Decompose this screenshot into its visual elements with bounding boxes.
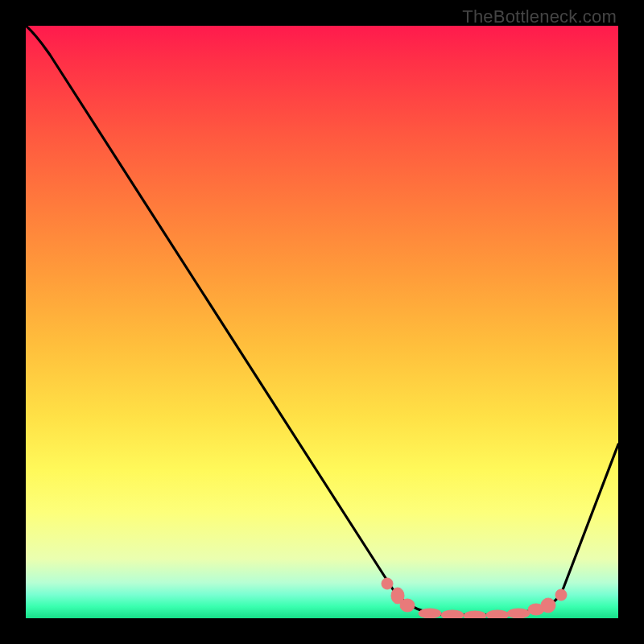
optimal-markers-group — [382, 578, 567, 618]
plot-area — [26, 26, 618, 618]
bottleneck-curve-line — [26, 26, 618, 615]
chart-frame: TheBottleneck.com — [0, 0, 644, 644]
watermark-text: TheBottleneck.com — [462, 6, 617, 27]
optimal-marker — [555, 589, 567, 601]
optimal-marker — [541, 598, 555, 613]
optimal-marker — [486, 610, 509, 618]
optimal-marker — [400, 599, 415, 612]
optimal-marker — [419, 609, 441, 618]
optimal-marker — [441, 610, 464, 618]
optimal-marker — [382, 578, 393, 589]
optimal-marker — [507, 609, 530, 618]
chart-svg — [26, 26, 618, 618]
optimal-marker — [464, 611, 486, 618]
